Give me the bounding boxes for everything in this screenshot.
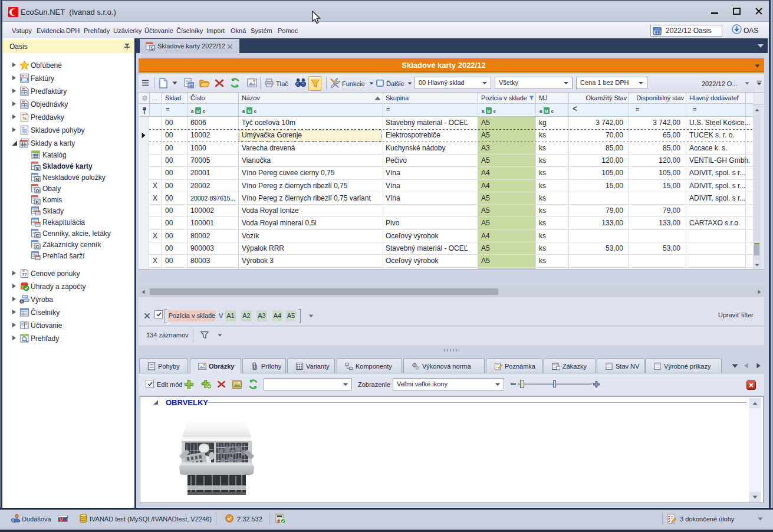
svg-text:B: B [196,109,200,114]
svg-text:a: a [540,109,542,114]
svg-text:S: S [36,166,40,171]
svg-text:N: N [36,177,40,182]
svg-text:C: C [36,233,40,238]
svg-text:O: O [35,188,39,193]
svg-text:c: c [551,109,554,114]
svg-text:#: # [25,320,28,326]
svg-text:%: % [22,116,27,121]
svg-text:77: 77 [22,272,27,277]
svg-text:K: K [36,199,40,205]
svg-text:S: S [150,45,153,51]
svg-text:B: B [248,109,251,114]
svg-text:B: B [545,109,548,114]
svg-text:C: C [36,244,40,249]
svg-text:c: c [203,109,206,114]
svg-text:c: c [494,109,496,114]
svg-text:c: c [254,109,257,114]
svg-text:a: a [242,109,245,114]
svg-text:a: a [482,109,485,114]
svg-text:B: B [487,109,491,114]
svg-text:a: a [191,109,194,114]
